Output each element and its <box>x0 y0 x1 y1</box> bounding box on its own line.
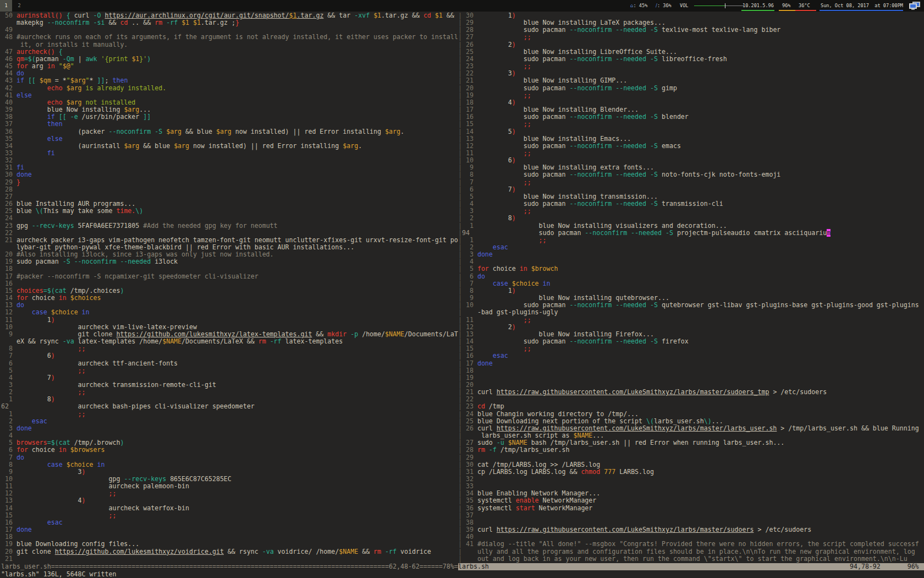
code-row[interactable]: 42 echo $arg is already installed. <box>1 85 458 92</box>
volume-slider-handle[interactable] <box>725 3 725 8</box>
code-row[interactable]: 36 (packer --noconfirm -S $arg && blue $… <box>1 128 458 135</box>
workspace-button-2[interactable]: 2 <box>13 0 25 12</box>
code-row[interactable]: 33 fi <box>1 150 458 157</box>
disk-home-usage: : 45% <box>633 3 647 8</box>
code-row[interactable]: | 3 done <box>458 251 924 258</box>
volume-slider-fill <box>694 6 725 6</box>
battery-underline <box>779 10 795 11</box>
code-row[interactable]: | 16 esac <box>458 352 924 359</box>
code-row[interactable]: 6 for choice in $browsers <box>1 446 458 454</box>
volume-label: VOL <box>680 0 689 12</box>
statusline-inactive-left: larbs_user.sh===========================… <box>1 563 458 570</box>
code-row[interactable]: | 1 ;; <box>458 237 924 244</box>
vim-pane-right-larbs.sh[interactable]: | 30 1)| 29 blue Now installing LaTeX pa… <box>458 12 924 563</box>
code-row[interactable]: 19 sudo pacman -S --noconfirm --needed i… <box>1 258 458 265</box>
code-row[interactable]: | 11 ;; <box>458 317 924 324</box>
code-row[interactable]: 25 blue \(This may take some time.\) <box>1 208 458 215</box>
disk-root-usage: : 36% <box>657 3 672 8</box>
code-row[interactable]: 12 case $choice in <box>1 309 458 316</box>
volume-slider[interactable] <box>694 6 744 6</box>
workspace-button-1[interactable]: 1 <box>0 0 12 12</box>
code-row[interactable]: | out and log back in as your new user, … <box>458 555 924 563</box>
disk-root-block[interactable]: /: 36% <box>656 0 672 12</box>
code-row[interactable]: 2 esac <box>1 418 458 425</box>
date-underline <box>820 10 903 11</box>
i3-status-bar: 1 2 ⌂: 45% /: 36% VOL 10.201.5.96 96% 36… <box>0 0 924 12</box>
code-row[interactable]: | 17 done <box>458 360 924 367</box>
code-row[interactable]: 38 if [[ -e /usr/bin/packer ]] <box>1 113 458 121</box>
code-row[interactable]: 21 <box>1 555 458 563</box>
code-row[interactable]: 8 ;; <box>1 345 458 352</box>
code-row[interactable]: | 2 esac <box>458 244 924 251</box>
code-row[interactable]: | 21 curl https://raw.githubusercontent.… <box>458 389 924 396</box>
code-row[interactable]: 23 gpg --recv-keys 5FAF0A6EE7371805 #Add… <box>1 222 458 230</box>
code-row[interactable]: | 7 ;; <box>458 179 924 186</box>
vim-pane-left-larbs_user.sh[interactable]: 50 aurinstall() { curl -O https://aur.ar… <box>1 12 458 563</box>
code-row[interactable]: | 7 case $choice in <box>458 280 924 287</box>
code-row[interactable]: | 15 ;; <box>458 345 924 352</box>
code-row[interactable]: 1 ;; <box>1 411 458 418</box>
code-row[interactable]: 3 done <box>1 425 458 432</box>
disk-home-block[interactable]: ⌂: 45% <box>630 0 647 12</box>
code-row[interactable]: | 22 <box>458 396 924 403</box>
code-row[interactable]: | 28 rm -f /tmp/larbs_user.sh <box>458 446 924 454</box>
code-row[interactable]: makepkg --noconfirm -si && cd .. && rm -… <box>1 19 458 26</box>
code-row[interactable]: | 19 <box>458 374 924 381</box>
code-row[interactable]: | 19 ;; <box>458 92 924 99</box>
code-row[interactable]: | 15 ;; <box>458 121 924 128</box>
ip-underline <box>741 10 774 11</box>
statusline-active-right: larbs.sh 94,78-92 96% <box>458 563 924 570</box>
code-row[interactable]: 15 ;; <box>1 512 458 519</box>
code-row[interactable]: it, or installs it manually. <box>1 41 458 48</box>
code-row[interactable]: | 18 <box>458 367 924 374</box>
code-row[interactable]: 32 <box>1 157 458 164</box>
code-row[interactable]: 28 <box>1 186 458 193</box>
display-tray-icon[interactable] <box>909 2 921 10</box>
code-row[interactable]: 30 done <box>1 171 458 178</box>
code-row[interactable]: 2 ;; <box>1 389 458 396</box>
code-row[interactable]: 45 for arg in "$@" <box>1 63 458 70</box>
code-row[interactable]: | 11 ;; <box>458 150 924 157</box>
code-row[interactable]: 31 fi <box>1 164 458 171</box>
code-row[interactable]: 29 } <box>1 179 458 186</box>
code-row[interactable]: 17 #packer --noconfirm -S ncpamixer-git … <box>1 273 458 280</box>
code-row[interactable]: 34 (aurinstall $arg && blue $arg now ins… <box>1 143 458 150</box>
vim-terminal: 50 aurinstall() { curl -O https://aur.ar… <box>0 12 924 578</box>
code-row[interactable]: 20 git clone https://github.com/lukesmit… <box>1 548 458 555</box>
code-row[interactable]: 17 done <box>1 526 458 533</box>
code-row[interactable]: 16 esac <box>1 519 458 526</box>
code-row[interactable]: | 39 curl https://raw.githubusercontent.… <box>458 526 924 533</box>
code-row[interactable]: | 23 ;; <box>458 63 924 70</box>
code-row[interactable]: | 5 for choice in $browch <box>458 265 924 272</box>
code-row[interactable]: | 27 ;; <box>458 34 924 41</box>
code-row[interactable]: | 37 <box>458 512 924 519</box>
code-row[interactable]: | 31 cp /LARBS.log LARBS.log && chmod 77… <box>458 468 924 476</box>
code-row[interactable]: | 3 ;; <box>458 208 924 215</box>
code-row[interactable]: 14 for choice in $choices <box>1 295 458 302</box>
vim-command-line: "larbs.sh" 136L, 5648C written <box>1 570 116 578</box>
code-row[interactable]: 5 ;; <box>1 367 458 374</box>
temperature-underline <box>795 10 816 11</box>
code-row[interactable]: | 36 systemctl start NetworkManager <box>458 505 924 512</box>
code-row[interactable]: | 32 <box>458 476 924 483</box>
